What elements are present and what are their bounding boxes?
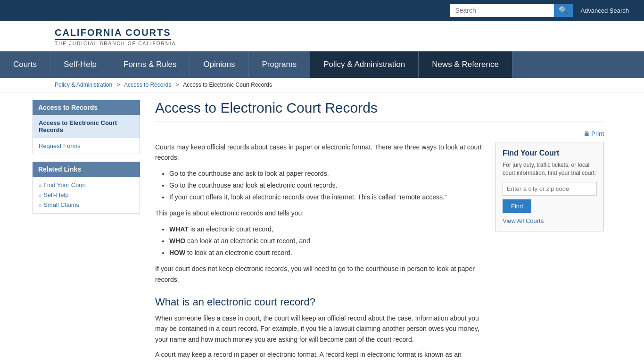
breadcrumb: Policy & Administration > Access to Reco… bbox=[0, 78, 644, 92]
find-court-input[interactable] bbox=[503, 182, 597, 196]
sidebar-section-title: Access to Records bbox=[33, 100, 140, 115]
search-form: 🔍 bbox=[450, 4, 573, 17]
section2-paragraph-1: When someone files a case in court, the … bbox=[155, 313, 486, 345]
intro-paragraph-1: Courts may keep official records about c… bbox=[155, 142, 486, 163]
nav-item-opinions[interactable]: Opinions bbox=[190, 51, 248, 78]
page-title: Access to Electronic Court Records bbox=[155, 100, 604, 116]
related-links-title: Related Links bbox=[33, 162, 140, 177]
nav-item-programs[interactable]: Programs bbox=[249, 51, 311, 78]
section2-heading: What is an electronic court record? bbox=[155, 296, 486, 308]
find-court-title: Find Your Court bbox=[503, 149, 597, 157]
notice-paragraph: If your court does not keep electronic r… bbox=[155, 263, 486, 285]
related-link-self-help-link[interactable]: Self-Help bbox=[43, 191, 68, 198]
bullet-list-1-item-2: Go to the courthouse and look at electro… bbox=[169, 180, 486, 191]
bullet-list-2-item-1: WHAT is an electronic court record, bbox=[169, 223, 486, 235]
bullet-list-1-item-3: If your court offers it, look at electro… bbox=[169, 191, 486, 203]
search-input[interactable] bbox=[450, 4, 554, 17]
nav-item-forms-rules[interactable]: Forms & Rules bbox=[110, 51, 190, 78]
bullet-list-2-item-3: HOW to look at an electronic court recor… bbox=[169, 247, 486, 259]
find-court-desc: For jury duty, traffic tickets, or local… bbox=[503, 161, 597, 177]
view-all-courts-link[interactable]: View All Courts bbox=[503, 217, 544, 224]
title-divider bbox=[155, 122, 604, 122]
sidebar: Access to Records Access to Electronic C… bbox=[25, 100, 148, 362]
sidebar-link-request-forms[interactable]: Request Forms bbox=[33, 138, 140, 154]
term-what: WHAT bbox=[169, 225, 189, 233]
nav-item-policy-admin[interactable]: Policy & Administration bbox=[310, 51, 419, 78]
related-link-find-court: » Find Your Court bbox=[39, 181, 134, 189]
main-container: Access to Records Access to Electronic C… bbox=[25, 92, 619, 362]
bullet-arrow-3: » bbox=[39, 202, 41, 208]
logo-subtitle: THE JUDICIAL BRANCH OF CALIFORNIA bbox=[55, 41, 636, 46]
search-button[interactable]: 🔍 bbox=[554, 4, 573, 17]
print-row: 🖶 Print bbox=[155, 130, 604, 137]
nav-item-courts[interactable]: Courts bbox=[0, 51, 50, 78]
bullet-arrow-1: » bbox=[39, 182, 41, 188]
breadcrumb-separator-2: > bbox=[175, 82, 179, 88]
related-link-find-court-link[interactable]: Find Your Court bbox=[43, 181, 86, 189]
related-links-box: » Find Your Court » Self-Help » Small Cl… bbox=[33, 177, 140, 214]
term-who: WHO bbox=[169, 237, 185, 245]
advanced-search-link[interactable]: Advanced Search bbox=[573, 4, 636, 17]
term-how: HOW bbox=[169, 249, 185, 256]
sidebar-link-electronic-records[interactable]: Access to Electronic Court Records bbox=[33, 115, 140, 138]
logo-area: CALIFORNIA COURTS THE JUDICIAL BRANCH OF… bbox=[0, 21, 644, 51]
bullet-list-2-item-2: WHO can look at an electronic court reco… bbox=[169, 235, 486, 247]
breadcrumb-current: Access to Electronic Court Records bbox=[183, 82, 272, 88]
content-with-sidebar: Courts may keep official records about c… bbox=[155, 142, 604, 362]
print-link[interactable]: 🖶 Print bbox=[584, 130, 604, 137]
nav-item-self-help[interactable]: Self-Help bbox=[50, 51, 110, 78]
bullet-arrow-2: » bbox=[39, 192, 41, 198]
breadcrumb-access-records[interactable]: Access to Records bbox=[124, 82, 171, 88]
sidebar-links: Access to Electronic Court Records Reque… bbox=[33, 115, 140, 154]
breadcrumb-policy-admin[interactable]: Policy & Administration bbox=[55, 82, 112, 88]
top-bar: 🔍 Advanced Search bbox=[0, 0, 644, 21]
intro-paragraph-2: This page is about electronic records an… bbox=[155, 208, 486, 218]
main-nav: Courts Self-Help Forms & Rules Opinions … bbox=[0, 51, 644, 78]
find-court-box: Find Your Court For jury duty, traffic t… bbox=[495, 142, 604, 231]
find-court-button[interactable]: Find bbox=[503, 199, 531, 213]
section2-paragraph-2: A court may keep a record in paper or el… bbox=[155, 349, 486, 362]
breadcrumb-separator-1: > bbox=[116, 82, 120, 88]
bullet-list-1: Go to the courthouse and ask to look at … bbox=[169, 168, 486, 204]
bullet-list-2: WHAT is an electronic court record, WHO … bbox=[169, 223, 486, 259]
main-content: Courts may keep official records about c… bbox=[155, 142, 486, 362]
related-link-small-claims: » Small Claims bbox=[39, 201, 134, 208]
related-link-small-claims-link[interactable]: Small Claims bbox=[43, 201, 79, 208]
nav-item-news-reference[interactable]: News & Reference bbox=[419, 51, 512, 78]
content-area: Access to Electronic Court Records 🖶 Pri… bbox=[148, 100, 611, 362]
related-link-self-help: » Self-Help bbox=[39, 191, 134, 198]
logo-title: CALIFORNIA COURTS bbox=[55, 27, 171, 40]
bullet-list-1-item-1: Go to the courthouse and ask to look at … bbox=[169, 168, 486, 180]
